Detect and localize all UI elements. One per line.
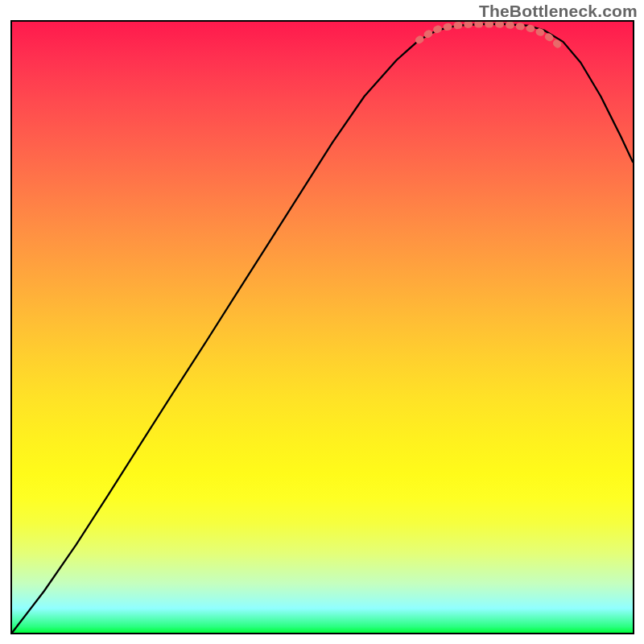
- main-curve: [12, 24, 633, 633]
- highlight-band: [419, 24, 563, 50]
- chart-container: TheBottleneck.com: [0, 0, 644, 644]
- watermark-text: TheBottleneck.com: [479, 2, 638, 21]
- curve-layer: [12, 22, 633, 633]
- plot-area: [10, 20, 634, 634]
